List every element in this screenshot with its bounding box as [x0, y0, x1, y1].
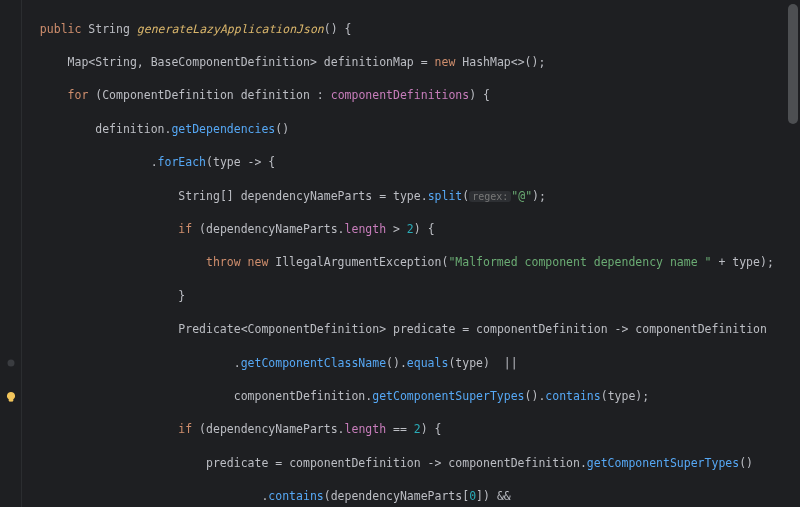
p: ( [192, 422, 206, 436]
lam: type -> { [213, 155, 275, 169]
p: () [739, 456, 753, 470]
g: <> [511, 55, 525, 69]
keyword-public: public [40, 22, 82, 36]
kw-if: if [178, 422, 192, 436]
v: type [455, 356, 483, 370]
m: split [428, 189, 463, 203]
method-name: generateLazyApplicationJson [137, 22, 324, 36]
m: forEach [158, 155, 206, 169]
code-text[interactable]: public String generateLazyApplicationJso… [22, 0, 800, 507]
t: ComponentDefinition [248, 322, 380, 336]
code-editor[interactable]: public String generateLazyApplicationJso… [0, 0, 800, 507]
p: ) { [421, 422, 442, 436]
p: ) { [414, 222, 435, 236]
kw-throw: throw new [206, 255, 268, 269]
colon: : [317, 88, 324, 102]
v: dependencyNameParts [241, 189, 379, 203]
m: getComponentSuperTypes [587, 456, 739, 470]
t: HashMap [462, 55, 510, 69]
lam: componentDefinition -> componentDefiniti… [282, 456, 587, 470]
v: type [732, 255, 760, 269]
s: "Malformed component dependency name " [448, 255, 711, 269]
gt: > [310, 55, 317, 69]
m: contains [268, 489, 323, 503]
v: predicate [386, 322, 462, 336]
op: == [386, 422, 414, 436]
p: ); [760, 255, 774, 269]
p: ) [483, 489, 497, 503]
p: ); [532, 189, 546, 203]
kw: new [428, 55, 463, 69]
t: String [178, 189, 220, 203]
p: ); [635, 389, 649, 403]
p: ( [601, 389, 608, 403]
op: > [386, 222, 407, 236]
lam: componentDefinition -> componentDefiniti… [469, 322, 767, 336]
op: && [497, 489, 511, 503]
s: "@" [511, 189, 532, 203]
p: ) [483, 356, 504, 370]
p: ( [192, 222, 206, 236]
param-hint: regex: [469, 191, 511, 202]
t: Map [68, 55, 89, 69]
m: getComponentClassName [241, 356, 386, 370]
p: ) { [469, 88, 490, 102]
t: ComponentDefinition [102, 88, 234, 102]
p: (). [386, 356, 407, 370]
f: length [345, 422, 387, 436]
op: + [711, 255, 732, 269]
m: contains [545, 389, 600, 403]
op: || [504, 356, 518, 370]
breakpoint-gutter-icon[interactable] [4, 356, 18, 370]
svg-point-0 [8, 360, 15, 367]
p: ( [324, 489, 331, 503]
p: ( [206, 155, 213, 169]
lt: < [241, 322, 248, 336]
v: definition. [95, 122, 171, 136]
v: type. [386, 189, 428, 203]
v: definition [234, 88, 317, 102]
arr: [] [220, 189, 241, 203]
t: Predicate [178, 322, 240, 336]
svg-rect-1 [9, 401, 13, 402]
vertical-scrollbar[interactable] [788, 4, 798, 124]
t: IllegalArgumentException [275, 255, 441, 269]
v: dependencyNameParts. [206, 222, 344, 236]
p: (). [525, 389, 546, 403]
v: predicate [206, 456, 275, 470]
v: dependencyNameParts. [206, 422, 344, 436]
kw-for: for [68, 88, 89, 102]
kw-if: if [178, 222, 192, 236]
idx: ] [476, 489, 483, 503]
var: definitionMap [317, 55, 421, 69]
dot: . [234, 356, 241, 370]
return-type: String [88, 22, 130, 36]
f: length [345, 222, 387, 236]
c: , [137, 55, 151, 69]
m: getComponentSuperTypes [372, 389, 524, 403]
v: type [608, 389, 636, 403]
t: String [95, 55, 137, 69]
v: componentDefinition. [234, 389, 372, 403]
gutter [0, 0, 22, 507]
p: (); [525, 55, 546, 69]
lightbulb-icon[interactable] [4, 390, 18, 404]
n: 2 [414, 422, 421, 436]
brace: } [178, 289, 185, 303]
p: ( [88, 88, 102, 102]
eq: = [421, 55, 428, 69]
v: dependencyNameParts [331, 489, 463, 503]
sig: () { [324, 22, 352, 36]
dot: . [151, 155, 158, 169]
m: equals [407, 356, 449, 370]
field: componentDefinitions [324, 88, 469, 102]
m: getDependencies [171, 122, 275, 136]
n: 2 [407, 222, 414, 236]
t: BaseComponentDefinition [151, 55, 310, 69]
p: () [275, 122, 289, 136]
